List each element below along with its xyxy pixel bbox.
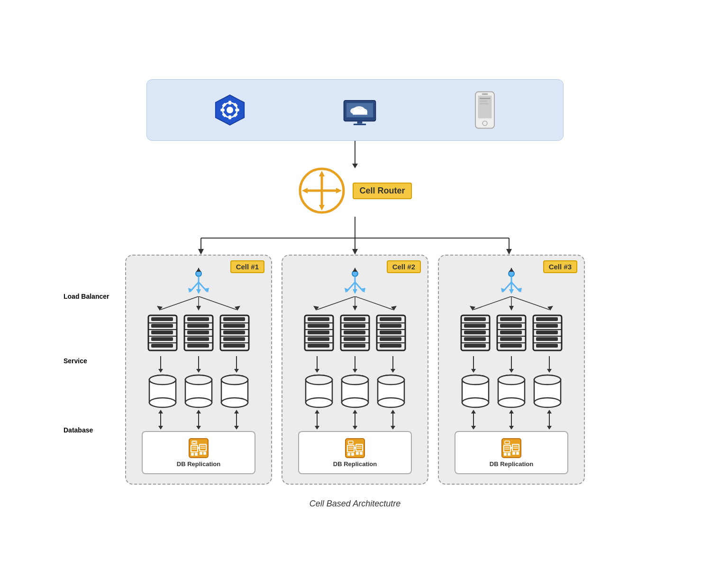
db-cylinder bbox=[147, 374, 178, 408]
svg-rect-140 bbox=[308, 337, 329, 341]
router-label: Cell Router bbox=[353, 183, 411, 199]
db-replication-icon bbox=[188, 438, 209, 459]
arrow-down bbox=[182, 356, 215, 369]
svg-marker-38 bbox=[198, 249, 204, 255]
db-cylinder bbox=[532, 374, 563, 408]
svg-rect-209 bbox=[464, 317, 486, 321]
server-icon bbox=[183, 314, 214, 351]
svg-marker-52 bbox=[196, 268, 201, 272]
cell-3-lb-to-svc-lines bbox=[455, 296, 568, 311]
svg-rect-185 bbox=[356, 452, 359, 455]
diagram-container: Cell Router Load Balancer Service Databa… bbox=[125, 79, 585, 509]
server-icon bbox=[460, 314, 491, 351]
svg-point-2 bbox=[227, 107, 233, 113]
svg-marker-193 bbox=[509, 289, 514, 294]
server-icon bbox=[219, 314, 250, 351]
svg-rect-67 bbox=[151, 337, 173, 341]
svg-rect-113 bbox=[203, 452, 206, 455]
svg-rect-149 bbox=[344, 331, 365, 334]
svg-rect-18 bbox=[354, 124, 366, 125]
svg-rect-232 bbox=[536, 337, 558, 341]
svg-rect-16 bbox=[353, 111, 367, 115]
svg-point-91 bbox=[149, 398, 176, 407]
svg-point-164 bbox=[306, 398, 332, 407]
cell-2-db-to-rep-arrows bbox=[301, 413, 409, 426]
cell-1-label: Cell #1 bbox=[230, 260, 264, 273]
svg-rect-24 bbox=[480, 101, 487, 101]
cell-1-db-rep-label: DB Replication bbox=[177, 460, 220, 468]
cell-2-services bbox=[304, 314, 406, 351]
svg-rect-159 bbox=[380, 331, 401, 334]
svg-rect-158 bbox=[380, 324, 401, 328]
svg-marker-28 bbox=[319, 171, 325, 176]
svg-rect-88 bbox=[223, 344, 245, 348]
svg-rect-211 bbox=[464, 331, 486, 334]
svg-rect-230 bbox=[536, 324, 558, 328]
svg-point-245 bbox=[534, 375, 561, 385]
svg-rect-147 bbox=[344, 317, 365, 321]
client-icon-mobile bbox=[473, 91, 497, 129]
router-section: Cell Router bbox=[298, 167, 411, 214]
db-cylinder bbox=[496, 374, 527, 408]
side-labels: Load Balancer Service Database bbox=[64, 255, 109, 434]
svg-rect-231 bbox=[536, 331, 558, 334]
cell-3-db-to-rep-arrows bbox=[457, 413, 565, 426]
svg-point-241 bbox=[498, 375, 525, 385]
cells-and-labels: Load Balancer Service Database Cell #1 bbox=[125, 255, 585, 485]
server-icon bbox=[532, 314, 563, 351]
cell-1-svc-to-db-arrows bbox=[145, 356, 253, 369]
svg-rect-74 bbox=[187, 317, 209, 321]
svg-line-53 bbox=[161, 296, 199, 310]
svg-rect-223 bbox=[500, 344, 522, 348]
cell-2-lb-icon bbox=[341, 268, 369, 296]
cell-1: Cell #1 bbox=[125, 255, 272, 485]
label-service: Service bbox=[64, 357, 109, 365]
cell-3-svc-to-db-arrows bbox=[457, 356, 565, 369]
svg-rect-68 bbox=[151, 344, 173, 348]
svg-rect-87 bbox=[223, 337, 245, 341]
cell-3-services bbox=[460, 314, 563, 351]
server-icon bbox=[376, 314, 406, 351]
svg-rect-78 bbox=[187, 344, 209, 348]
cell-3-databases bbox=[460, 374, 563, 408]
svg-point-169 bbox=[342, 375, 368, 385]
svg-rect-4 bbox=[228, 115, 231, 119]
bidir-arrow-down bbox=[145, 413, 177, 426]
svg-rect-86 bbox=[223, 331, 245, 334]
svg-point-95 bbox=[185, 398, 212, 407]
svg-rect-157 bbox=[380, 317, 401, 321]
cell-3: Cell #3 bbox=[438, 255, 585, 485]
arrow-down bbox=[145, 356, 177, 369]
cell-2-svc-to-db-arrows bbox=[301, 356, 409, 369]
router-icon bbox=[298, 167, 346, 214]
svg-marker-32 bbox=[302, 188, 308, 193]
svg-rect-255 bbox=[504, 453, 507, 456]
svg-marker-40 bbox=[352, 249, 358, 255]
bidir-arrow-down bbox=[182, 413, 215, 426]
db-replication-icon bbox=[345, 438, 365, 459]
svg-point-165 bbox=[306, 375, 332, 385]
svg-point-240 bbox=[498, 398, 525, 407]
svg-rect-17 bbox=[357, 121, 363, 123]
svg-point-236 bbox=[462, 398, 489, 407]
cell-1-databases bbox=[147, 374, 250, 408]
svg-marker-48 bbox=[196, 289, 201, 294]
label-load-balancer: Load Balancer bbox=[64, 293, 109, 300]
server-icon bbox=[340, 314, 370, 351]
cell-2-databases bbox=[304, 374, 406, 408]
svg-line-198 bbox=[473, 296, 511, 310]
db-replication-icon bbox=[501, 438, 522, 459]
svg-line-126 bbox=[317, 296, 355, 310]
cell-1-services bbox=[147, 314, 250, 351]
svg-rect-183 bbox=[347, 453, 350, 456]
cell-1-db-replication: DB Replication bbox=[142, 431, 255, 474]
svg-marker-56 bbox=[196, 306, 201, 311]
svg-marker-34 bbox=[336, 188, 342, 193]
cell-1-lb-to-svc-lines bbox=[142, 296, 255, 311]
svg-marker-121 bbox=[353, 289, 357, 294]
svg-rect-6 bbox=[235, 109, 239, 111]
svg-marker-203 bbox=[547, 306, 553, 311]
diagram-caption: Cell Based Architectutre bbox=[309, 499, 401, 509]
svg-point-96 bbox=[185, 375, 212, 385]
svg-rect-210 bbox=[464, 324, 486, 328]
